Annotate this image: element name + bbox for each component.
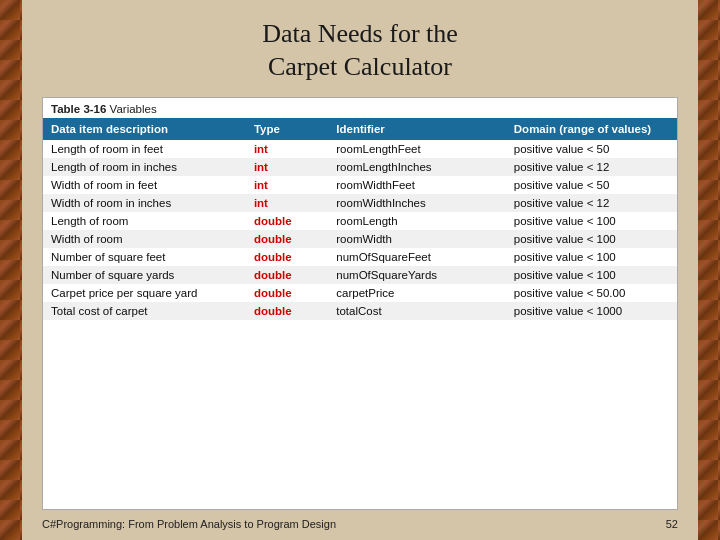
table-row: Length of room in feet int roomLengthFee… — [43, 140, 677, 158]
cell-domain: positive value < 50.00 — [506, 284, 677, 302]
table-row: Width of room double roomWidth positive … — [43, 230, 677, 248]
cell-description: Length of room in inches — [43, 158, 246, 176]
cell-type: double — [246, 266, 328, 284]
cell-domain: positive value < 100 — [506, 248, 677, 266]
cell-identifier: roomWidthFeet — [328, 176, 506, 194]
table-header-row: Data item description Type Identifier Do… — [43, 118, 677, 140]
footer-left: C#Programming: From Problem Analysis to … — [42, 518, 336, 530]
bg-left-decoration — [0, 0, 22, 540]
cell-domain: positive value < 12 — [506, 194, 677, 212]
header-description: Data item description — [43, 118, 246, 140]
cell-domain: positive value < 100 — [506, 230, 677, 248]
cell-domain: positive value < 1000 — [506, 302, 677, 320]
cell-identifier: roomLength — [328, 212, 506, 230]
cell-domain: positive value < 50 — [506, 140, 677, 158]
cell-type: double — [246, 284, 328, 302]
main-content: Data Needs for the Carpet Calculator Tab… — [22, 0, 698, 540]
header-type: Type — [246, 118, 328, 140]
cell-description: Width of room — [43, 230, 246, 248]
cell-type: double — [246, 248, 328, 266]
cell-identifier: roomLengthInches — [328, 158, 506, 176]
header-domain: Domain (range of values) — [506, 118, 677, 140]
table-row: Total cost of carpet double totalCost po… — [43, 302, 677, 320]
cell-type: int — [246, 176, 328, 194]
table-row: Width of room in feet int roomWidthFeet … — [43, 176, 677, 194]
cell-domain: positive value < 100 — [506, 266, 677, 284]
cell-identifier: roomWidth — [328, 230, 506, 248]
table-label: Table 3-16 Variables — [43, 98, 677, 118]
cell-identifier: carpetPrice — [328, 284, 506, 302]
cell-identifier: roomLengthFeet — [328, 140, 506, 158]
cell-type: int — [246, 140, 328, 158]
header-identifier: Identifier — [328, 118, 506, 140]
table-container: Table 3-16 Variables Data item descripti… — [42, 97, 678, 510]
cell-description: Number of square yards — [43, 266, 246, 284]
bg-right-decoration — [698, 0, 720, 540]
cell-description: Width of room in inches — [43, 194, 246, 212]
footer-page-number: 52 — [666, 518, 678, 530]
cell-domain: positive value < 100 — [506, 212, 677, 230]
cell-description: Total cost of carpet — [43, 302, 246, 320]
cell-identifier: totalCost — [328, 302, 506, 320]
cell-identifier: roomWidthInches — [328, 194, 506, 212]
table-row: Length of room double roomLength positiv… — [43, 212, 677, 230]
cell-identifier: numOfSquareFeet — [328, 248, 506, 266]
table-row: Length of room in inches int roomLengthI… — [43, 158, 677, 176]
cell-domain: positive value < 50 — [506, 176, 677, 194]
table-row: Width of room in inches int roomWidthInc… — [43, 194, 677, 212]
cell-description: Carpet price per square yard — [43, 284, 246, 302]
footer: C#Programming: From Problem Analysis to … — [42, 510, 678, 530]
cell-type: double — [246, 230, 328, 248]
cell-domain: positive value < 12 — [506, 158, 677, 176]
cell-description: Length of room — [43, 212, 246, 230]
table-row: Carpet price per square yard double carp… — [43, 284, 677, 302]
cell-description: Number of square feet — [43, 248, 246, 266]
table-row: Number of square yards double numOfSquar… — [43, 266, 677, 284]
cell-description: Length of room in feet — [43, 140, 246, 158]
page-title: Data Needs for the Carpet Calculator — [262, 18, 458, 83]
cell-type: int — [246, 158, 328, 176]
cell-type: int — [246, 194, 328, 212]
cell-description: Width of room in feet — [43, 176, 246, 194]
cell-type: double — [246, 302, 328, 320]
table-row: Number of square feet double numOfSquare… — [43, 248, 677, 266]
cell-identifier: numOfSquareYards — [328, 266, 506, 284]
variables-table: Data item description Type Identifier Do… — [43, 118, 677, 320]
cell-type: double — [246, 212, 328, 230]
